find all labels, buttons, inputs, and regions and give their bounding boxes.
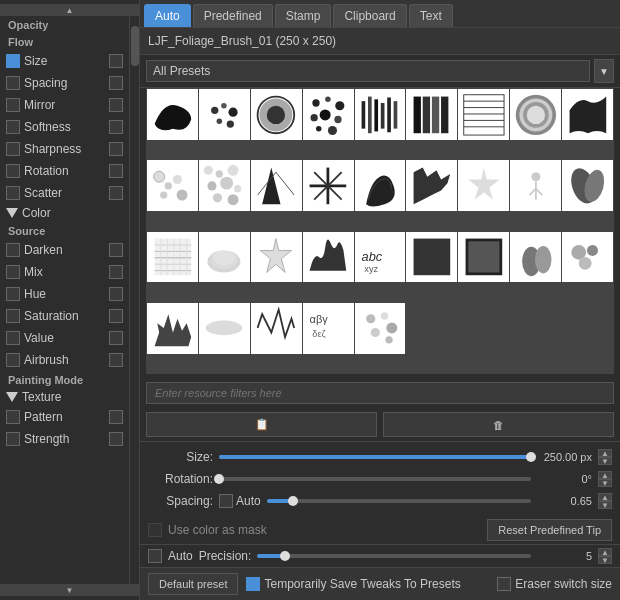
softness-checkbox[interactable] — [6, 120, 20, 134]
size-spin-down[interactable]: ▼ — [598, 457, 612, 465]
preset-arrow-btn[interactable]: ▼ — [594, 59, 614, 83]
save-tweaks-checkbox[interactable] — [246, 577, 260, 591]
precision-slider-thumb[interactable] — [280, 551, 290, 561]
sidebar-item-scatter[interactable]: Scatter — [0, 182, 129, 204]
sidebar-scroll-up[interactable]: ▲ — [0, 4, 139, 16]
tab-stamp[interactable]: Stamp — [275, 4, 332, 27]
sidebar-item-softness[interactable]: Softness — [0, 116, 129, 138]
brush-cell[interactable] — [303, 89, 354, 140]
eraser-checkbox[interactable] — [497, 577, 511, 591]
size-slider-thumb[interactable] — [526, 452, 536, 462]
sidebar-scrollbar[interactable] — [129, 16, 139, 584]
precision-spin-down[interactable]: ▼ — [598, 556, 612, 564]
darken-checkbox[interactable] — [6, 243, 20, 257]
brush-cell[interactable] — [458, 89, 509, 140]
size-slider[interactable] — [219, 455, 531, 459]
value-checkbox[interactable] — [6, 331, 20, 345]
spacing-auto-checkbox[interactable] — [219, 494, 233, 508]
brush-cell[interactable] — [251, 232, 302, 283]
precision-slider[interactable] — [257, 554, 531, 558]
brush-cell[interactable]: αβγ δεζ — [303, 303, 354, 354]
airbrush-checkbox[interactable] — [6, 353, 20, 367]
color-mask-checkbox[interactable] — [148, 523, 162, 537]
brush-cell[interactable] — [147, 160, 198, 211]
brush-cell[interactable] — [251, 160, 302, 211]
add-brush-btn[interactable]: 📋 — [146, 412, 377, 437]
delete-brush-btn[interactable]: 🗑 — [383, 412, 614, 437]
sidebar-item-darken[interactable]: Darken — [0, 239, 129, 261]
sidebar-item-hue[interactable]: Hue — [0, 283, 129, 305]
filter-input[interactable] — [146, 382, 614, 404]
scatter-checkbox[interactable] — [6, 186, 20, 200]
tab-clipboard[interactable]: Clipboard — [333, 4, 406, 27]
brush-cell[interactable] — [199, 89, 250, 140]
saturation-checkbox[interactable] — [6, 309, 20, 323]
sidebar-item-mirror[interactable]: Mirror — [0, 94, 129, 116]
size-checkbox[interactable] — [6, 54, 20, 68]
brush-cell[interactable] — [406, 232, 457, 283]
sidebar-item-sharpness[interactable]: Sharpness — [0, 138, 129, 160]
sidebar-item-spacing[interactable]: Spacing — [0, 72, 129, 94]
brush-cell[interactable] — [406, 89, 457, 140]
brush-cell[interactable] — [510, 232, 561, 283]
sidebar-scroll-down[interactable]: ▼ — [0, 584, 139, 596]
brush-cell[interactable] — [251, 303, 302, 354]
brush-cell[interactable] — [303, 160, 354, 211]
rotation-slider[interactable] — [219, 477, 531, 481]
texture-section-row[interactable]: Texture — [0, 388, 129, 406]
brush-cell[interactable] — [562, 160, 613, 211]
brush-cell[interactable] — [355, 89, 406, 140]
brush-cell[interactable] — [458, 232, 509, 283]
filter-row — [140, 378, 620, 408]
brush-cell[interactable] — [147, 232, 198, 283]
tab-auto[interactable]: Auto — [144, 4, 191, 27]
brush-cell[interactable] — [458, 160, 509, 211]
brush-cell[interactable] — [562, 89, 613, 140]
default-preset-btn[interactable]: Default preset — [148, 573, 238, 595]
mirror-checkbox[interactable] — [6, 98, 20, 112]
sidebar-item-saturation[interactable]: Saturation — [0, 305, 129, 327]
reset-tip-btn[interactable]: Reset Predefined Tip — [487, 519, 612, 541]
brush-cell[interactable] — [251, 89, 302, 140]
sidebar-item-value[interactable]: Value — [0, 327, 129, 349]
brush-cell[interactable] — [147, 303, 198, 354]
strength-checkbox[interactable] — [6, 432, 20, 446]
preset-select[interactable]: All Presets — [146, 60, 590, 82]
rotation-slider-thumb[interactable] — [214, 474, 224, 484]
sidebar-item-airbrush[interactable]: Airbrush — [0, 349, 129, 371]
brush-cell[interactable]: abc xyz — [355, 232, 406, 283]
rotation-checkbox[interactable] — [6, 164, 20, 178]
spacing-slider-thumb[interactable] — [288, 496, 298, 506]
sidebar-item-rotation[interactable]: Rotation — [0, 160, 129, 182]
brush-cell[interactable] — [303, 232, 354, 283]
svg-point-79 — [535, 246, 551, 273]
sidebar-scrollbar-thumb[interactable] — [131, 26, 139, 66]
brush-cell[interactable] — [355, 303, 406, 354]
precision-auto-checkbox[interactable] — [148, 549, 162, 563]
color-section-row[interactable]: Color — [0, 204, 129, 222]
hue-checkbox[interactable] — [6, 287, 20, 301]
spacing-checkbox[interactable] — [6, 76, 20, 90]
brush-cell[interactable] — [510, 89, 561, 140]
brush-cell[interactable] — [562, 232, 613, 283]
rotation-spin-down[interactable]: ▼ — [598, 479, 612, 487]
brush-cell[interactable] — [199, 303, 250, 354]
mix-checkbox[interactable] — [6, 265, 20, 279]
pattern-checkbox[interactable] — [6, 410, 20, 424]
sidebar-item-size[interactable]: Size — [0, 50, 129, 72]
spacing-spin-down[interactable]: ▼ — [598, 501, 612, 509]
brush-cell[interactable] — [510, 160, 561, 211]
brush-cell[interactable] — [355, 160, 406, 211]
brush-cell[interactable] — [199, 232, 250, 283]
brush-cell[interactable] — [406, 160, 457, 211]
sidebar-item-strength[interactable]: Strength — [0, 428, 129, 450]
spacing-slider[interactable] — [267, 499, 531, 503]
sidebar-item-pattern[interactable]: Pattern — [0, 406, 129, 428]
sidebar-item-mix[interactable]: Mix — [0, 261, 129, 283]
tab-text[interactable]: Text — [409, 4, 453, 27]
brush-cell[interactable] — [199, 160, 250, 211]
tab-predefined[interactable]: Predefined — [193, 4, 273, 27]
svg-point-36 — [153, 171, 164, 182]
sharpness-checkbox[interactable] — [6, 142, 20, 156]
brush-cell[interactable] — [147, 89, 198, 140]
